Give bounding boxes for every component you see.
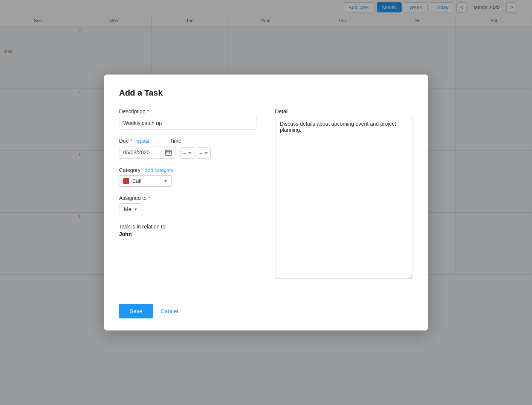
modal-title: Add a Task [119,88,413,98]
repeat-link[interactable]: repeat [135,138,149,144]
assigned-field-group: Assigned to * Me ▼ [119,195,257,215]
due-field-group: Due * repeat Time [119,138,257,159]
svg-rect-6 [169,152,170,153]
modal-left-column: Description * Due * repeat Time [119,108,257,292]
description-label: Description * [119,108,257,114]
category-color-dot [123,178,129,184]
assigned-value-text: Me [124,206,131,212]
svg-rect-8 [168,154,168,154]
svg-rect-7 [166,154,167,154]
category-field-group: Category add category Call ▼ [119,167,257,187]
category-label-row: Category add category [119,167,257,173]
svg-rect-5 [168,152,168,153]
description-label-text: Description [119,108,145,114]
relation-value: John [119,231,257,237]
due-required-star: * [130,138,132,144]
category-label-text: Category [119,167,141,173]
detail-textarea[interactable]: Discuss details about upcoming event and… [275,117,413,279]
description-required-star: * [147,108,149,114]
add-category-link[interactable]: add category [145,167,173,173]
category-select[interactable]: Call ▼ [119,175,172,187]
modal-overlay: Add a Task Description * Due * [0,0,532,405]
svg-rect-4 [166,152,167,153]
time-hour-select[interactable]: -- [180,147,194,159]
relation-field-group: Task is in relation to John [119,224,257,237]
time-label-text: Time [170,138,182,144]
assigned-required-star: * [148,195,150,201]
time-minute-select[interactable]: -- [197,147,211,159]
assigned-select[interactable]: Me ▼ [119,203,142,215]
time-selects: -- -- [180,147,211,159]
due-time-row: -- -- [119,146,257,159]
category-chevron-icon: ▼ [164,179,168,183]
calendar-icon-button[interactable] [161,146,176,158]
cancel-button[interactable]: Cancel [161,308,178,314]
save-button[interactable]: Save [119,304,153,318]
modal-footer: Save Cancel [119,304,413,318]
assigned-label-text: Assigned to [119,195,147,201]
description-field-group: Description * [119,108,257,129]
assigned-chevron-icon: ▼ [133,207,138,212]
calendar-icon [165,149,172,156]
assigned-label-row: Assigned to * [119,195,257,201]
due-date-wrapper [119,146,176,159]
modal-right-column: Detail Discuss details about upcoming ev… [275,108,413,292]
due-label-row: Due * repeat Time [119,138,257,144]
detail-label: Detail [275,108,413,114]
add-task-modal: Add a Task Description * Due * [104,75,428,330]
category-value-text: Call [132,178,159,184]
due-date-input[interactable] [119,146,161,158]
due-label-text: Due [119,138,129,144]
modal-body: Description * Due * repeat Time [119,108,413,292]
svg-rect-9 [169,154,170,154]
description-input[interactable] [119,117,257,129]
relation-label: Task is in relation to [119,224,257,230]
